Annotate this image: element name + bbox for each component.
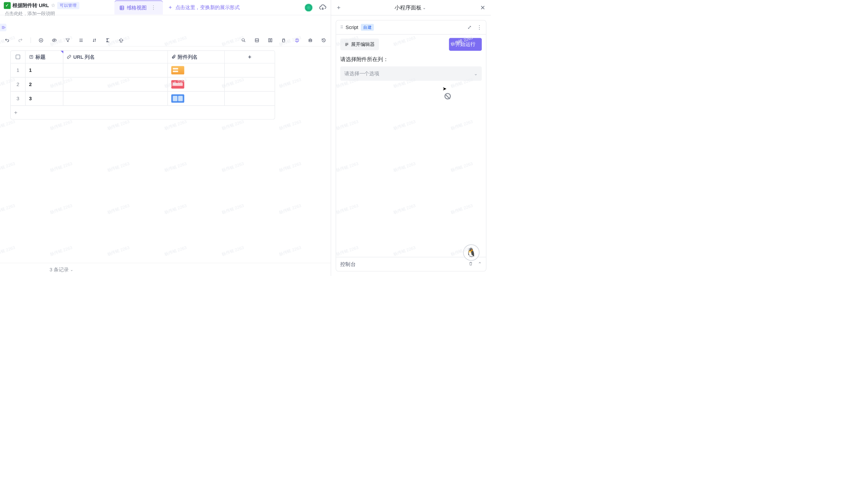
chevron-up-icon[interactable]: ⌃	[478, 261, 482, 267]
visibility-button[interactable]	[51, 37, 58, 44]
chevron-down-icon[interactable]: ⌄	[70, 267, 74, 272]
redo-button[interactable]	[17, 37, 24, 44]
cell-attachment[interactable]	[168, 78, 225, 91]
sync-status-icon[interactable]	[319, 3, 327, 12]
status-bar: 3 条记录 ⌄	[0, 263, 331, 276]
select-all-checkbox[interactable]	[11, 51, 26, 63]
tab-menu-icon[interactable]: ⋮	[149, 5, 158, 11]
column-select[interactable]: 请选择一个选项 ⌄	[340, 66, 482, 81]
plugin-button[interactable]	[280, 37, 287, 44]
add-button[interactable]	[38, 37, 44, 44]
more-menu-icon[interactable]: ⋮	[477, 24, 482, 30]
share-button[interactable]	[118, 37, 124, 44]
column-header-url[interactable]: URL 列名	[63, 51, 168, 63]
text-type-icon	[29, 55, 34, 59]
cell-url[interactable]	[63, 91, 168, 105]
add-column-button[interactable]: +	[225, 51, 274, 63]
svg-rect-0	[120, 6, 124, 9]
attachment-icon	[171, 55, 176, 59]
add-row-button[interactable]: +	[11, 106, 275, 119]
column-header-attachment[interactable]: 附件列名	[168, 51, 225, 63]
trash-icon[interactable]	[468, 261, 473, 267]
script-name[interactable]: Script	[346, 24, 358, 30]
svg-point-3	[242, 38, 244, 41]
script-tag: 自建	[361, 24, 374, 31]
run-button[interactable]: 开始运行	[449, 38, 482, 51]
form-label: 请选择附件所在列：	[340, 56, 482, 63]
chevron-down-icon: ⌄	[423, 5, 426, 10]
svg-point-9	[309, 40, 310, 41]
undo-button[interactable]	[4, 37, 10, 44]
panel-title[interactable]: 小程序面板 ⌄	[395, 4, 426, 11]
table-row[interactable]: 3 3	[11, 91, 275, 106]
select-placeholder: 请选择一个选项	[344, 70, 379, 77]
history-button[interactable]	[320, 37, 327, 44]
svg-point-2	[54, 40, 55, 41]
cell-title[interactable]: 1	[26, 63, 63, 77]
row-height-button[interactable]	[105, 37, 111, 44]
close-panel-button[interactable]: ✕	[480, 4, 485, 11]
sort-button[interactable]	[91, 37, 97, 44]
group-button[interactable]	[78, 37, 84, 44]
robot-button[interactable]	[307, 37, 314, 44]
cell-url[interactable]	[63, 63, 168, 77]
cell-url[interactable]	[63, 78, 168, 91]
column-header-title[interactable]: 标题	[26, 51, 63, 63]
console-label[interactable]: 控制台	[340, 261, 356, 268]
cell-attachment[interactable]	[168, 91, 225, 105]
filter-button[interactable]	[64, 37, 71, 44]
svg-rect-6	[271, 38, 272, 42]
svg-rect-7	[283, 39, 285, 42]
link-icon	[67, 55, 71, 59]
collapse-sidebar-icon[interactable]	[0, 24, 6, 31]
chevron-down-icon: ⌄	[474, 71, 478, 76]
add-view-hint[interactable]: + 点击这里，变换新的展示形式	[163, 4, 240, 11]
attachment-thumbnail[interactable]	[171, 80, 184, 89]
row-number: 1	[11, 63, 26, 77]
script-widget: ⠿ Script 自建 ⤢ ⋮ 展开编辑器 开始运行 请选择附	[336, 20, 486, 271]
svg-rect-5	[269, 38, 270, 42]
data-grid: 标题 URL 列名 附件列名 + 1 1	[10, 50, 275, 119]
plus-icon: +	[169, 4, 172, 10]
svg-point-10	[311, 40, 311, 41]
avatar[interactable]	[305, 3, 313, 12]
search-button[interactable]	[240, 37, 247, 44]
widget-active-button[interactable]	[294, 37, 300, 44]
column-layout-button[interactable]	[267, 37, 273, 44]
record-count[interactable]: 3 条记录	[50, 266, 68, 273]
cell-attachment[interactable]	[168, 63, 225, 77]
add-widget-button[interactable]: +	[337, 4, 341, 11]
drag-handle-icon[interactable]: ⠿	[340, 25, 343, 30]
row-number: 3	[11, 91, 26, 105]
grid-view-icon	[119, 5, 124, 10]
menu-icon	[344, 42, 349, 47]
row-number: 2	[11, 78, 26, 91]
expand-icon[interactable]: ⤢	[467, 24, 471, 30]
tab-grid-view[interactable]: 维格视图 ⋮	[114, 0, 163, 15]
attachment-thumbnail[interactable]	[171, 66, 184, 75]
cell-title[interactable]: 2	[26, 78, 63, 91]
table-row[interactable]: 2 2	[11, 78, 275, 92]
cell-title[interactable]: 3	[26, 91, 63, 105]
assistant-mascot-icon[interactable]: 🐧	[463, 244, 480, 261]
attachment-thumbnail[interactable]	[171, 94, 184, 103]
expand-editor-button[interactable]: 展开编辑器	[340, 38, 379, 50]
table-row[interactable]: 1 1	[11, 63, 275, 78]
tab-label: 维格视图	[127, 4, 147, 11]
gallery-button[interactable]	[254, 37, 260, 44]
